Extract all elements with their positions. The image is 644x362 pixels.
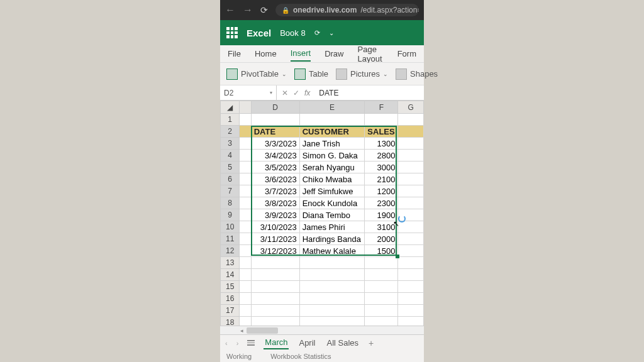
spreadsheet-grid[interactable]: ◢DEFG12DATECUSTOMERSALES33/3/2023Jane Tr… [220, 101, 424, 326]
forward-button[interactable]: → [243, 4, 253, 16]
cell[interactable] [240, 197, 251, 209]
cell[interactable] [240, 126, 251, 138]
horizontal-scrollbar[interactable]: ◂ [220, 326, 424, 334]
row-header-4[interactable]: 4 [221, 150, 240, 162]
cell[interactable] [240, 281, 251, 293]
table-button[interactable]: Table [294, 69, 328, 80]
cell[interactable]: Jane Trish [299, 138, 365, 150]
row-header-7[interactable]: 7 [221, 185, 240, 197]
cell[interactable] [240, 257, 251, 269]
cell[interactable] [398, 185, 424, 197]
cell[interactable] [299, 305, 365, 317]
cell[interactable] [240, 138, 251, 150]
row-header-5[interactable]: 5 [221, 162, 240, 173]
row-header-6[interactable]: 6 [221, 173, 240, 185]
row-header-2[interactable]: 2 [221, 126, 240, 138]
cell[interactable] [251, 114, 299, 126]
cell[interactable] [299, 257, 365, 269]
tab-draw[interactable]: Draw [325, 47, 343, 61]
cell[interactable]: DATE [251, 126, 299, 138]
cell[interactable]: 1300 [365, 138, 398, 150]
cell[interactable] [398, 126, 424, 138]
cell[interactable]: 3/8/2023 [251, 197, 299, 209]
cell[interactable] [299, 269, 365, 281]
cell[interactable] [398, 233, 424, 245]
cell[interactable] [398, 305, 424, 317]
cell[interactable] [398, 162, 424, 173]
cell[interactable] [365, 114, 398, 126]
cell[interactable] [240, 293, 251, 305]
cell[interactable] [398, 221, 424, 233]
cell[interactable] [365, 293, 398, 305]
cell[interactable] [251, 317, 299, 326]
cell[interactable]: Simon G. Daka [299, 150, 365, 162]
row-header-17[interactable]: 17 [221, 305, 240, 317]
sheet-tab-all-sales[interactable]: All Sales [325, 337, 360, 349]
scroll-thumb[interactable] [247, 327, 278, 334]
cell[interactable] [299, 293, 365, 305]
cell[interactable] [398, 257, 424, 269]
row-header-3[interactable]: 3 [221, 138, 240, 150]
cell[interactable] [240, 305, 251, 317]
cell[interactable]: 3/9/2023 [251, 209, 299, 221]
cell[interactable] [240, 114, 251, 126]
cell[interactable] [365, 257, 398, 269]
address-bar[interactable]: 🔒 onedrive.live.com/edit.aspx?action=edi… [275, 4, 419, 16]
cell[interactable]: 2100 [365, 173, 398, 185]
cell[interactable]: Mathew Kalale [299, 245, 365, 257]
row-header-12[interactable]: 12 [221, 245, 240, 257]
cell[interactable] [299, 281, 365, 293]
row-header-8[interactable]: 8 [221, 197, 240, 209]
cell[interactable] [365, 281, 398, 293]
cell[interactable] [398, 245, 424, 257]
row-header-14[interactable]: 14 [221, 269, 240, 281]
enter-formula-icon[interactable]: ✓ [293, 89, 299, 97]
tab-insert[interactable]: Insert [291, 46, 311, 62]
pivottable-button[interactable]: PivotTable ⌄ [226, 69, 287, 80]
row-header-11[interactable]: 11 [221, 233, 240, 245]
row-header-16[interactable]: 16 [221, 293, 240, 305]
row-header-18[interactable]: 18 [221, 317, 240, 326]
cell[interactable]: Serah Nyangu [299, 162, 365, 173]
cell[interactable] [251, 269, 299, 281]
cell[interactable] [398, 138, 424, 150]
cell[interactable]: 3/11/2023 [251, 233, 299, 245]
cell[interactable] [251, 293, 299, 305]
col-header-E[interactable]: E [299, 101, 365, 114]
row-header-1[interactable]: 1 [221, 114, 240, 126]
app-launcher-icon[interactable] [226, 27, 238, 38]
cell[interactable]: 3/4/2023 [251, 150, 299, 162]
select-all-cell[interactable]: ◢ [221, 101, 240, 114]
pictures-button[interactable]: Pictures ⌄ [336, 69, 388, 80]
col-header-F[interactable]: F [365, 101, 398, 114]
cell[interactable]: 2800 [365, 150, 398, 162]
cell[interactable]: Jeff Simfukwe [299, 185, 365, 197]
tab-next-icon[interactable]: › [236, 339, 239, 347]
cell[interactable]: 2300 [365, 197, 398, 209]
col-header-D[interactable]: D [251, 101, 299, 114]
cell[interactable] [240, 269, 251, 281]
row-header-10[interactable]: 10 [221, 221, 240, 233]
reload-button[interactable]: ⟳ [260, 5, 268, 15]
cell[interactable]: Hardings Banda [299, 233, 365, 245]
shapes-button[interactable]: Shapes [396, 69, 438, 80]
cell[interactable]: Diana Tembo [299, 209, 365, 221]
scroll-left-icon[interactable]: ◂ [240, 327, 243, 334]
cell[interactable]: CUSTOMER [299, 126, 365, 138]
cell[interactable] [398, 114, 424, 126]
cell[interactable]: 3/6/2023 [251, 173, 299, 185]
cell[interactable] [365, 269, 398, 281]
cell[interactable]: 3/3/2023 [251, 138, 299, 150]
cell[interactable]: 1200 [365, 185, 398, 197]
cell[interactable] [240, 162, 251, 173]
cell[interactable]: James Phiri [299, 221, 365, 233]
tab-formulas[interactable]: Form [397, 47, 416, 61]
sheet-tab-april[interactable]: April [297, 337, 316, 349]
cell[interactable] [240, 317, 251, 326]
tab-file[interactable]: File [228, 47, 241, 61]
fx-icon[interactable]: fx [304, 89, 310, 97]
workbook-menu-caret[interactable]: ⌄ [329, 30, 334, 36]
col-header-G[interactable]: G [398, 101, 424, 114]
name-box[interactable]: D2 ▾ [220, 85, 277, 100]
workbook-name[interactable]: Book 8 [280, 28, 305, 38]
